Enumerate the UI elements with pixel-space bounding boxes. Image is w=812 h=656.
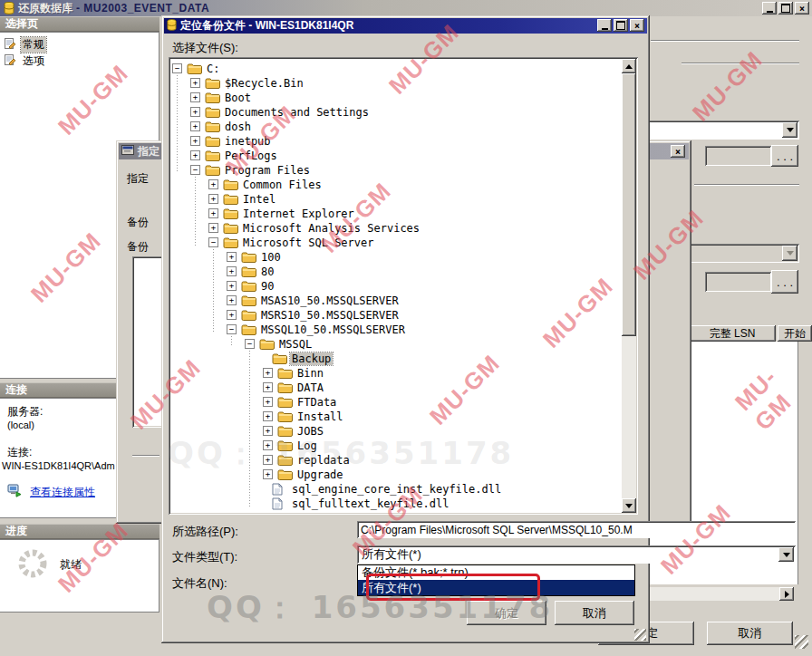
connection-properties-icon — [7, 484, 23, 500]
maximize-icon[interactable] — [778, 2, 793, 14]
backup-media-label: 备份 — [127, 215, 149, 230]
folder-icon — [223, 178, 238, 191]
file-type-combobox[interactable]: 所有文件(*) — [357, 545, 796, 564]
maximize-icon[interactable] — [614, 19, 628, 32]
expand-icon[interactable]: + — [263, 455, 273, 465]
tree-item-label: 100 — [259, 251, 283, 264]
groupbox-edge — [651, 40, 799, 42]
expand-icon[interactable]: + — [190, 121, 200, 131]
expand-icon[interactable]: + — [263, 426, 273, 436]
tree-vertical-scrollbar[interactable] — [622, 59, 636, 513]
folder-icon — [187, 63, 202, 75]
resize-grip[interactable] — [795, 635, 808, 649]
tree-item-label: MSSQL10_50.MSSQLSERVER — [259, 323, 407, 336]
expand-icon[interactable]: + — [190, 136, 200, 146]
tree-guide-line — [213, 249, 214, 333]
close-icon[interactable]: × — [630, 19, 644, 32]
scrollbar-thumb[interactable] — [622, 73, 636, 336]
chevron-down-icon — [782, 246, 798, 261]
main-window-title-db: - MU2003_EVENT_DATA — [76, 2, 209, 14]
collapse-icon[interactable]: − — [172, 63, 182, 73]
database-icon — [4, 2, 14, 14]
tree-item-label: Microsoft SQL Server — [241, 236, 376, 249]
tree-item-label: MSAS10_50.MSSQLSERVER — [259, 294, 401, 307]
expand-icon[interactable]: + — [227, 281, 237, 291]
expand-icon[interactable]: + — [227, 252, 237, 262]
chevron-down-icon[interactable] — [778, 547, 794, 562]
horizontal-scrollbar[interactable] — [645, 587, 779, 601]
tree-guide-line — [195, 177, 196, 246]
tree-item-label: Boot — [223, 92, 253, 104]
expand-icon[interactable]: + — [190, 150, 200, 160]
selected-path-input[interactable]: C:\Program Files\Microsoft SQL Server\MS… — [357, 521, 796, 538]
ok-button[interactable]: 确定 — [467, 601, 546, 625]
expand-icon[interactable]: + — [263, 469, 273, 479]
resize-grip[interactable] — [634, 629, 646, 641]
source-database-combobox[interactable] — [645, 121, 799, 140]
groupbox-edge — [682, 63, 799, 64]
tree-item-label: Log — [295, 439, 319, 452]
collapse-icon[interactable]: − — [227, 324, 237, 334]
scroll-down-icon[interactable] — [622, 498, 636, 513]
browse-button[interactable]: . . . — [771, 270, 798, 294]
expand-icon[interactable]: + — [227, 266, 237, 276]
expand-icon[interactable]: + — [190, 107, 200, 117]
expand-icon[interactable]: + — [263, 368, 273, 378]
collapse-icon[interactable]: − — [245, 339, 255, 349]
tree-item-label: Internet Explorer — [241, 207, 356, 220]
close-icon[interactable]: × — [795, 2, 809, 14]
scroll-up-icon[interactable] — [622, 59, 636, 73]
minimize-icon[interactable] — [762, 2, 777, 14]
expand-icon[interactable]: + — [263, 440, 273, 450]
minimize-icon[interactable] — [597, 19, 612, 32]
expand-icon[interactable]: + — [208, 223, 218, 233]
locate-backup-file-dialog: 定位备份文件 - WIN-ES1DK81I4QR × 选择文件(S): −C:+… — [161, 15, 650, 643]
expand-icon[interactable]: + — [190, 92, 200, 102]
tree-item-label: 80 — [259, 265, 276, 278]
expand-icon[interactable]: + — [208, 208, 218, 218]
view-connection-properties-link[interactable]: 查看连接属性 — [30, 485, 95, 500]
device-path-field[interactable] — [705, 146, 771, 166]
expand-icon[interactable]: + — [227, 295, 237, 305]
cancel-button[interactable]: 取消 — [555, 601, 634, 625]
expand-icon[interactable]: + — [190, 78, 200, 88]
tree-item-label: MSRS10_50.MSSQLSERVER — [259, 309, 401, 322]
tree-item-label: Backup — [290, 352, 333, 365]
folder-icon — [223, 207, 238, 220]
folder-icon — [205, 121, 220, 133]
button-edge — [132, 455, 160, 457]
expand-icon[interactable]: + — [227, 310, 237, 320]
folder-icon — [272, 352, 287, 365]
sidebar-item-general[interactable]: 常规 — [0, 36, 159, 53]
folder-icon — [241, 265, 256, 278]
grid-column-start[interactable]: 开始 — [778, 325, 812, 342]
file-icon — [272, 497, 287, 510]
main-window-titlebar: 还原数据库 - MU2003_EVENT_DATA — [0, 0, 812, 16]
collapse-icon[interactable]: − — [190, 165, 200, 175]
collapse-icon[interactable]: − — [208, 237, 218, 247]
expand-icon[interactable]: + — [208, 179, 218, 189]
grid-column-full-lsn[interactable]: 完整 LSN — [689, 325, 776, 342]
tree-item-label: Intel — [241, 193, 277, 206]
folder-icon — [277, 410, 293, 423]
folder-icon — [205, 77, 220, 90]
tree-item-label: sql_engine_core_inst_keyfile.dll — [290, 483, 503, 496]
timepoint-field[interactable] — [705, 272, 771, 292]
chevron-down-icon[interactable] — [782, 122, 798, 138]
tree-guide-line — [231, 336, 232, 347]
tree-guide-line — [249, 351, 250, 506]
browse-button[interactable]: . . . — [771, 145, 798, 167]
folder-icon — [205, 92, 220, 104]
expand-icon[interactable]: + — [208, 194, 218, 204]
tree-item-label: repldata — [295, 454, 352, 467]
groupbox-edge — [694, 184, 799, 186]
file-type-value: 所有文件(*) — [362, 546, 421, 563]
main-cancel-button[interactable]: 取消 — [707, 622, 793, 645]
scroll-right-icon[interactable] — [779, 587, 794, 601]
sidebar-item-options[interactable]: 选项 — [0, 53, 159, 69]
expand-icon[interactable]: + — [263, 382, 273, 392]
expand-icon[interactable]: + — [263, 411, 273, 421]
expand-icon[interactable]: + — [263, 397, 273, 407]
close-icon[interactable]: × — [671, 145, 685, 158]
tree-item-label: FTData — [295, 396, 338, 409]
